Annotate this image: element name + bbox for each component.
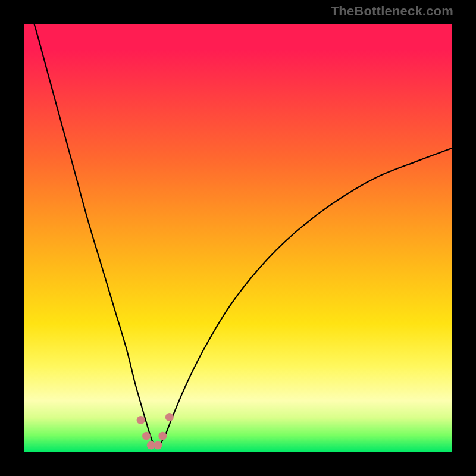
curve-marker (142, 432, 151, 440)
watermark-text: TheBottleneck.com (331, 4, 453, 19)
curve-marker (165, 413, 174, 421)
plot-area (24, 24, 452, 452)
curve-markers (137, 413, 174, 450)
bottleneck-curve (24, 24, 452, 447)
curve-marker (154, 441, 162, 449)
curve-layer (24, 24, 452, 452)
curve-marker (158, 432, 167, 440)
chart-frame: TheBottleneck.com (0, 0, 476, 476)
curve-marker (137, 416, 145, 424)
